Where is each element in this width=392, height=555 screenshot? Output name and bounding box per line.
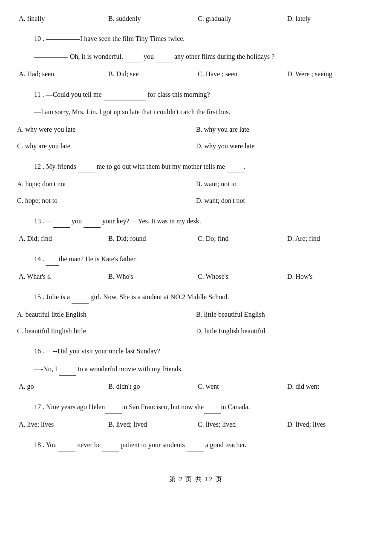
question-16-line1: 16 . —--Did you visit your uncle last Su… bbox=[34, 345, 375, 358]
option-12-b: B. want; not to bbox=[196, 178, 375, 190]
blank-18-3 bbox=[187, 439, 204, 451]
blank-14-1 bbox=[46, 253, 59, 266]
option-14-c: C. Whose's bbox=[196, 271, 285, 282]
option-16-c: C. went bbox=[196, 381, 285, 392]
option-17-c: C. lives; lived bbox=[196, 419, 285, 430]
option-17-d: D. lived; lives bbox=[285, 419, 375, 430]
option-13-b: B. Did; found bbox=[107, 233, 196, 244]
option-13-a: A. Did; find bbox=[17, 233, 107, 244]
main-content: A. finally B. suddenly C. gradually D. l… bbox=[17, 13, 375, 483]
question-16-line2: —-No, I to a wonderful movie with my fri… bbox=[34, 363, 375, 376]
option-12-d: D. want; don't not bbox=[196, 195, 375, 206]
option-10-c: C. Have ; seen bbox=[196, 68, 285, 80]
blank-12-1 bbox=[78, 160, 95, 173]
options-12-row2: C. hope; not to D. want; don't not bbox=[17, 195, 375, 206]
options-15-row1: A. beautiful little English B. little be… bbox=[17, 309, 375, 320]
blank-11-1 bbox=[104, 88, 146, 101]
blank-18-2 bbox=[102, 439, 119, 451]
blank-17-2 bbox=[204, 401, 221, 413]
option-15-d: D. little English beautiful bbox=[196, 325, 375, 337]
question-10-line2: ————— Oh, it is wonderful. you any other… bbox=[34, 50, 375, 63]
option-12-c: C. hope; not to bbox=[17, 195, 196, 206]
options-16: A. go B. didn't go C. went D. did went bbox=[17, 381, 375, 392]
option-d-lately: D. lately bbox=[285, 13, 375, 24]
question-17-line1: 17 . Nine years ago Helen in San Francis… bbox=[34, 401, 375, 413]
options-17: A. live; lives B. lived; lived C. lives;… bbox=[17, 419, 375, 430]
option-a-finally: A. finally bbox=[17, 13, 107, 24]
blank-15-1 bbox=[72, 291, 89, 304]
options-11-row2: C. why are you late D. why you were late bbox=[17, 140, 375, 152]
blank-17-1 bbox=[105, 401, 122, 413]
blank-18-1 bbox=[58, 439, 75, 451]
option-15-a: A. beautiful little English bbox=[17, 309, 196, 320]
question-12-line1: 12 . My friends me to go out with them b… bbox=[34, 160, 375, 173]
option-10-a: A. Had; seen bbox=[17, 68, 107, 80]
option-b-suddenly: B. suddenly bbox=[107, 13, 196, 24]
option-17-a: A. live; lives bbox=[17, 419, 107, 430]
option-13-d: D. Are; find bbox=[285, 233, 375, 244]
question-13-line1: 13 . — you your key? —Yes. It was in my … bbox=[34, 215, 375, 228]
option-16-b: B. didn't go bbox=[107, 381, 196, 392]
options-14: A. What's s. B. Who's C. Whose's D. How'… bbox=[17, 271, 375, 282]
option-15-c: C. beautiful English little bbox=[17, 325, 196, 337]
page-footer: 第 2 页 共 12 页 bbox=[17, 475, 375, 483]
option-16-a: A. go bbox=[17, 381, 107, 392]
option-11-b: B. why you are late bbox=[196, 124, 375, 135]
top-options-row: A. finally B. suddenly C. gradually D. l… bbox=[17, 13, 375, 24]
option-c-gradually: C. gradually bbox=[196, 13, 285, 24]
option-14-b: B. Who's bbox=[107, 271, 196, 282]
options-15-row2: C. beautiful English little D. little En… bbox=[17, 325, 375, 337]
blank-10-1 bbox=[125, 50, 142, 63]
question-11-line1: 11 . —Could you tell me for class this m… bbox=[34, 88, 375, 101]
option-14-d: D. How's bbox=[285, 271, 375, 282]
option-11-c: C. why are you late bbox=[17, 140, 196, 152]
question-11-line2: —I am sorry, Mrs. Lin. I got up so late … bbox=[34, 106, 375, 119]
options-11-row1: A. why were you late B. why you are late bbox=[17, 124, 375, 135]
options-12-row1: A. hope; don't not B. want; not to bbox=[17, 178, 375, 190]
question-10-line1: 10 . —————I have seen the film Tiny Time… bbox=[34, 33, 375, 45]
option-11-a: A. why were you late bbox=[17, 124, 196, 135]
option-13-c: C. Do; find bbox=[196, 233, 285, 244]
option-16-d: D. did went bbox=[285, 381, 375, 392]
blank-12-2 bbox=[227, 160, 244, 173]
blank-13-2 bbox=[84, 215, 101, 228]
blank-16-1 bbox=[59, 363, 76, 376]
question-18-line1: 18 . You never be patient to your studen… bbox=[34, 439, 375, 451]
option-17-b: B. lived; lived bbox=[107, 419, 196, 430]
option-12-a: A. hope; don't not bbox=[17, 178, 196, 190]
question-14-line1: 14 . the man? He is Kate's father. bbox=[34, 253, 375, 266]
question-15-line1: 15 . Julie is a girl. Now. She is a stud… bbox=[34, 291, 375, 304]
option-11-d: D. why you were late bbox=[196, 140, 375, 152]
options-13: A. Did; find B. Did; found C. Do; find D… bbox=[17, 233, 375, 244]
option-15-b: B. little beautiful English bbox=[196, 309, 375, 320]
blank-13-1 bbox=[53, 215, 70, 228]
option-10-b: B. Did; see bbox=[107, 68, 196, 80]
option-10-d: D. Were ; seeing bbox=[285, 68, 375, 80]
blank-10-2 bbox=[156, 50, 173, 63]
option-14-a: A. What's s. bbox=[17, 271, 107, 282]
options-10: A. Had; seen B. Did; see C. Have ; seen … bbox=[17, 68, 375, 80]
